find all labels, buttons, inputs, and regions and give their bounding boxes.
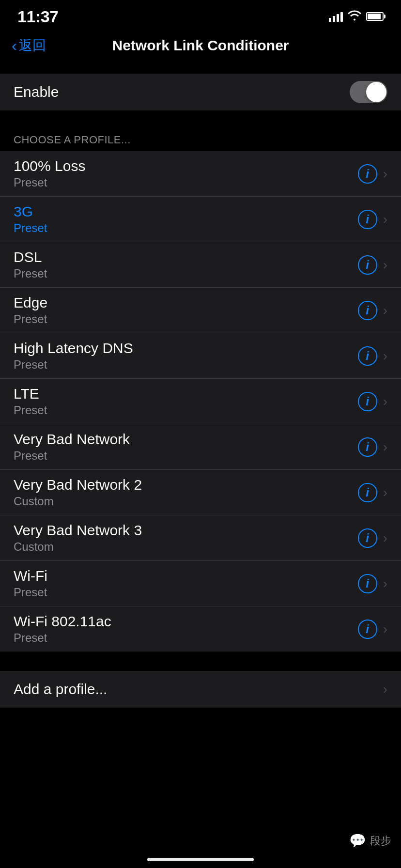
info-button[interactable]: i	[358, 210, 377, 229]
info-button[interactable]: i	[358, 437, 377, 457]
profile-actions: i ›	[358, 392, 387, 411]
battery-icon	[366, 12, 384, 21]
profile-info: 100% Loss Preset	[14, 158, 85, 189]
info-button[interactable]: i	[358, 483, 377, 502]
profile-row[interactable]: Wi-Fi Preset i ›	[0, 561, 401, 606]
profile-name: Very Bad Network 3	[14, 522, 142, 539]
profile-row[interactable]: High Latency DNS Preset i ›	[0, 333, 401, 379]
profile-row[interactable]: 3G Preset i ›	[0, 197, 401, 242]
profile-row[interactable]: Very Bad Network Preset i ›	[0, 424, 401, 470]
profile-list: 100% Loss Preset i › 3G Preset i › DSL P…	[0, 151, 401, 651]
profile-row[interactable]: Wi-Fi 802.11ac Preset i ›	[0, 606, 401, 651]
wechat-watermark: 💬 段步	[349, 833, 391, 849]
profile-row[interactable]: LTE Preset i ›	[0, 379, 401, 424]
info-button[interactable]: i	[358, 164, 377, 184]
chevron-right-icon: ›	[383, 577, 387, 590]
profile-actions: i ›	[358, 301, 387, 320]
info-button[interactable]: i	[358, 392, 377, 411]
profile-type: Preset	[14, 631, 111, 645]
status-bar: 11:37	[0, 0, 401, 29]
chevron-right-icon: ›	[383, 167, 387, 181]
profile-row[interactable]: DSL Preset i ›	[0, 242, 401, 288]
chevron-right-icon: ›	[383, 486, 387, 499]
profile-info: High Latency DNS Preset	[14, 340, 133, 372]
profile-type: Preset	[14, 358, 133, 372]
profile-row[interactable]: Very Bad Network 2 Custom i ›	[0, 470, 401, 515]
profile-info: Wi-Fi Preset	[14, 568, 47, 599]
back-label: 返回	[19, 36, 46, 55]
enable-row: Enable	[0, 74, 401, 110]
wechat-icon: 💬	[349, 833, 366, 849]
profile-info: LTE Preset	[14, 386, 47, 417]
profile-section-header: CHOOSE A PROFILE...	[0, 130, 401, 151]
add-profile-section: Add a profile... ›	[0, 671, 401, 708]
info-button[interactable]: i	[358, 528, 377, 548]
profile-type: Preset	[14, 449, 130, 463]
profile-name: DSL	[14, 249, 47, 265]
profile-name: 100% Loss	[14, 158, 85, 174]
chevron-right-icon: ›	[383, 349, 387, 363]
add-profile-label: Add a profile...	[14, 681, 107, 698]
home-indicator	[147, 858, 254, 861]
profile-info: Very Bad Network 3 Custom	[14, 522, 142, 554]
info-button[interactable]: i	[358, 301, 377, 320]
chevron-right-icon: ›	[383, 395, 387, 408]
profile-actions: i ›	[358, 346, 387, 366]
profile-type: Custom	[14, 540, 142, 554]
toggle-knob	[366, 82, 386, 102]
profile-info: DSL Preset	[14, 249, 47, 280]
profile-row[interactable]: Edge Preset i ›	[0, 288, 401, 333]
profile-name: 3G	[14, 203, 47, 220]
profile-info: Very Bad Network Preset	[14, 431, 130, 463]
back-button[interactable]: ‹ 返回	[12, 36, 46, 55]
status-icons	[329, 10, 384, 23]
profile-actions: i ›	[358, 483, 387, 502]
profile-name: Wi-Fi	[14, 568, 47, 584]
profile-actions: i ›	[358, 255, 387, 275]
info-button[interactable]: i	[358, 620, 377, 639]
status-time: 11:37	[17, 7, 58, 26]
wechat-label: 段步	[370, 834, 391, 848]
profile-name: LTE	[14, 386, 47, 402]
profile-name: Very Bad Network	[14, 431, 130, 448]
profile-info: 3G Preset	[14, 203, 47, 235]
profile-name: Edge	[14, 294, 47, 311]
enable-toggle[interactable]	[350, 81, 387, 103]
chevron-right-icon: ›	[383, 304, 387, 317]
profile-type: Preset	[14, 267, 47, 280]
profile-info: Wi-Fi 802.11ac Preset	[14, 613, 111, 645]
profile-type: Preset	[14, 586, 47, 599]
profile-actions: i ›	[358, 164, 387, 184]
info-button[interactable]: i	[358, 346, 377, 366]
chevron-right-icon: ›	[383, 531, 387, 545]
profile-row[interactable]: Very Bad Network 3 Custom i ›	[0, 515, 401, 561]
profile-name: Wi-Fi 802.11ac	[14, 613, 111, 630]
enable-section: Enable	[0, 74, 401, 110]
page-title: Network Link Conditioner	[112, 37, 289, 54]
chevron-right-icon: ›	[383, 213, 387, 226]
profile-actions: i ›	[358, 574, 387, 593]
wifi-icon	[348, 10, 361, 23]
profile-info: Very Bad Network 2 Custom	[14, 477, 142, 508]
profile-type: Preset	[14, 176, 85, 189]
chevron-right-icon: ›	[383, 258, 387, 272]
profile-actions: i ›	[358, 210, 387, 229]
chevron-right-icon: ›	[383, 622, 387, 636]
chevron-right-icon: ›	[383, 440, 387, 454]
profile-actions: i ›	[358, 528, 387, 548]
profile-actions: i ›	[358, 620, 387, 639]
info-button[interactable]: i	[358, 255, 377, 275]
nav-bar: ‹ 返回 Network Link Conditioner	[0, 29, 401, 62]
profile-info: Edge Preset	[14, 294, 47, 326]
info-button[interactable]: i	[358, 574, 377, 593]
profile-row[interactable]: 100% Loss Preset i ›	[0, 151, 401, 197]
profile-type: Preset	[14, 221, 47, 235]
back-chevron-icon: ‹	[12, 38, 17, 53]
signal-bars-icon	[329, 11, 343, 22]
profile-type: Custom	[14, 495, 142, 508]
profile-name: High Latency DNS	[14, 340, 133, 356]
section-gap	[0, 110, 401, 130]
profile-actions: i ›	[358, 437, 387, 457]
add-profile-row[interactable]: Add a profile... ›	[0, 671, 401, 708]
add-profile-chevron-icon: ›	[383, 682, 387, 697]
